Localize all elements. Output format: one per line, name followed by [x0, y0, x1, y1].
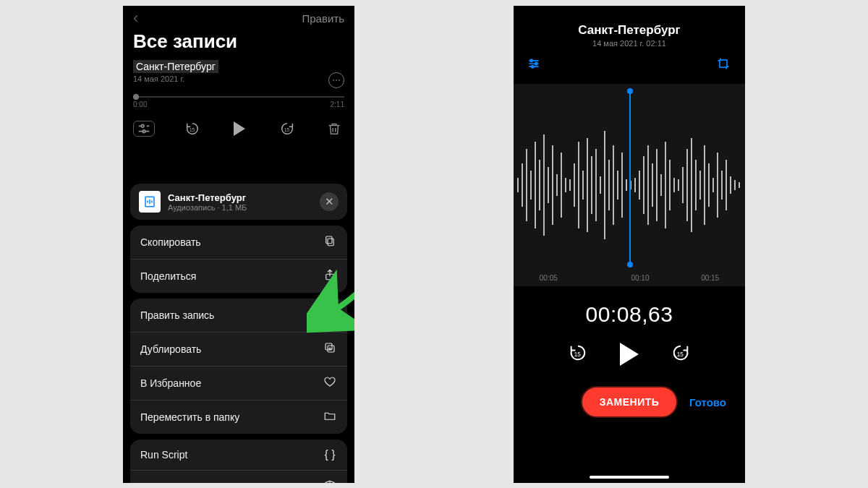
- copy-icon: [323, 234, 337, 250]
- scrubber[interactable]: [133, 96, 344, 98]
- time-end: 2:11: [331, 100, 344, 108]
- sheet-subtitle: Аудиозапись · 1,1 МБ: [168, 203, 247, 212]
- playback-controls: 15 15: [514, 343, 745, 366]
- action-move-folder[interactable]: Переместить в папку: [130, 400, 347, 434]
- action-copy[interactable]: Скопировать: [130, 226, 347, 259]
- braces-icon: { }: [323, 448, 337, 461]
- home-indicator[interactable]: [590, 476, 669, 479]
- recording-date: 14 мая 2021 г.: [123, 73, 354, 83]
- phone-right-edit-recording: Санкт-Петербург 14 мая 2021 г. 02:11: [514, 6, 745, 483]
- sheet-group-3: Run Script { } Bitwarden: [130, 440, 347, 483]
- back-icon[interactable]: ‹: [133, 10, 138, 26]
- header-row: ‹ Править: [123, 6, 354, 30]
- scrubber-times: 0:00 2:11: [133, 100, 344, 108]
- file-thumbnail-icon: [139, 191, 161, 213]
- recording-title: Санкт-Петербург: [514, 23, 745, 38]
- svg-text:15: 15: [189, 127, 195, 132]
- done-button[interactable]: Готово: [689, 396, 726, 408]
- action-label: Run Script: [140, 449, 187, 461]
- enhance-icon[interactable]: [527, 56, 542, 72]
- tick: 00:15: [701, 274, 719, 282]
- trash-icon[interactable]: [324, 119, 344, 139]
- action-label: В Избранное: [140, 377, 201, 389]
- folder-icon: [323, 409, 337, 425]
- page-title: Все записи: [123, 30, 354, 57]
- share-icon: [323, 268, 337, 284]
- edit-button[interactable]: Править: [302, 12, 345, 25]
- current-time: 00:08,63: [514, 302, 745, 327]
- recording-subtitle: 14 мая 2021 г. 02:11: [514, 39, 745, 48]
- svg-text:15: 15: [574, 351, 582, 358]
- action-label: Переместить в папку: [140, 411, 239, 423]
- svg-point-12: [532, 66, 534, 68]
- waveform-icon: [323, 307, 337, 323]
- action-label: Дублировать: [140, 343, 201, 355]
- waveform-area[interactable]: 00:05 00:10 00:15: [514, 84, 745, 286]
- sheet-group-2: Править запись Дублировать В Избранное П…: [130, 299, 347, 434]
- skip-fwd-15-icon[interactable]: 15: [277, 119, 297, 139]
- phone-left-voice-memos: ‹ Править Все записи Санкт-Петербург 14 …: [123, 6, 354, 483]
- action-edit-recording[interactable]: Править запись: [130, 299, 347, 332]
- skip-back-15-icon[interactable]: 15: [182, 119, 203, 139]
- svg-text:15: 15: [677, 351, 684, 358]
- sheet-header: Санкт-Петербург Аудиозапись · 1,1 МБ ✕: [130, 184, 347, 220]
- options-icon[interactable]: [133, 121, 155, 137]
- timeline-ticks: 00:05 00:10 00:15: [514, 274, 745, 282]
- skip-back-15-icon[interactable]: 15: [568, 343, 588, 366]
- close-sheet-button[interactable]: ✕: [320, 192, 339, 211]
- shield-icon: [323, 479, 337, 483]
- svg-rect-6: [326, 236, 332, 244]
- sheet-title: Санкт-Петербург: [168, 192, 247, 203]
- tick: 00:05: [540, 274, 558, 282]
- action-run-script[interactable]: Run Script { }: [130, 440, 347, 470]
- sheet-group-1: Скопировать Поделиться: [130, 226, 347, 293]
- action-label: Править запись: [140, 309, 214, 321]
- play-button[interactable]: [620, 343, 639, 366]
- action-bitwarden[interactable]: Bitwarden: [130, 470, 347, 483]
- svg-text:15: 15: [284, 127, 289, 132]
- trim-icon[interactable]: [716, 56, 732, 72]
- svg-rect-5: [328, 239, 333, 246]
- play-button[interactable]: [229, 119, 250, 139]
- action-favorite[interactable]: В Избранное: [130, 366, 347, 400]
- recording-name[interactable]: Санкт-Петербург: [133, 60, 218, 73]
- replace-button[interactable]: ЗАМЕНИТЬ: [581, 386, 678, 418]
- playback-controls: 15 15: [133, 119, 344, 139]
- edit-header: Санкт-Петербург 14 мая 2021 г. 02:11: [514, 6, 745, 52]
- time-start: 0:00: [133, 100, 147, 108]
- action-share[interactable]: Поделиться: [130, 259, 347, 293]
- action-label: Скопировать: [140, 236, 201, 248]
- heart-icon: [323, 375, 337, 391]
- action-sheet: Санкт-Петербург Аудиозапись · 1,1 МБ ✕ С…: [130, 184, 347, 483]
- edit-tools-row: [514, 52, 745, 80]
- action-duplicate[interactable]: Дублировать: [130, 332, 347, 366]
- svg-point-11: [535, 62, 537, 64]
- action-label: Bitwarden: [140, 481, 185, 483]
- tick: 00:10: [631, 274, 649, 282]
- duplicate-icon: [323, 341, 337, 357]
- bottom-actions: ЗАМЕНИТЬ Готово: [514, 386, 745, 418]
- more-options-button[interactable]: ⋯: [328, 72, 344, 88]
- svg-point-0: [141, 125, 144, 128]
- skip-fwd-15-icon[interactable]: 15: [671, 343, 691, 366]
- svg-point-10: [530, 59, 532, 61]
- action-label: Поделиться: [140, 270, 196, 282]
- playhead[interactable]: [629, 91, 631, 265]
